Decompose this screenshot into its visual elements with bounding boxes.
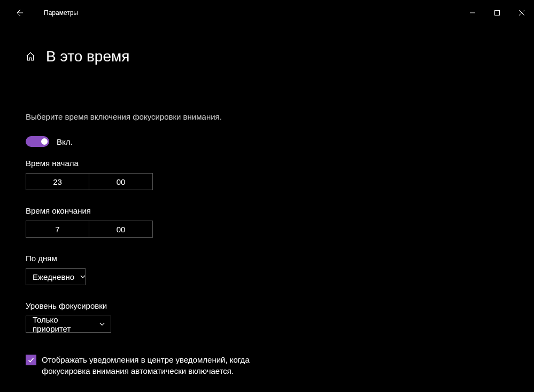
end-hour-input[interactable]: 7 bbox=[26, 221, 89, 238]
app-title: Параметры bbox=[44, 9, 78, 17]
toggle-state-label: Вкл. bbox=[57, 137, 73, 146]
days-label: По дням bbox=[26, 254, 508, 263]
check-icon bbox=[27, 356, 35, 364]
start-time-label: Время начала bbox=[26, 159, 508, 168]
start-hour-input[interactable]: 23 bbox=[26, 173, 89, 190]
focus-level-label: Уровень фокусировки bbox=[26, 301, 508, 310]
description-text: Выберите время включения фокусировки вни… bbox=[26, 112, 508, 121]
enable-toggle[interactable] bbox=[26, 136, 49, 147]
svg-rect-0 bbox=[495, 11, 500, 15]
enable-toggle-row: Вкл. bbox=[26, 136, 508, 147]
start-minute-input[interactable]: 00 bbox=[89, 173, 153, 190]
notification-checkbox-row: Отображать уведомления в центре уведомле… bbox=[26, 354, 261, 377]
notification-checkbox[interactable] bbox=[26, 355, 36, 365]
close-button[interactable] bbox=[509, 2, 534, 23]
page-title: В это время bbox=[46, 48, 129, 65]
chevron-down-icon bbox=[80, 273, 86, 280]
notification-checkbox-label: Отображать уведомления в центре уведомле… bbox=[42, 354, 261, 377]
start-time-row: 23 00 bbox=[26, 173, 508, 190]
titlebar: Параметры bbox=[0, 0, 534, 26]
minimize-button[interactable] bbox=[460, 2, 485, 23]
chevron-down-icon bbox=[99, 321, 105, 327]
back-button[interactable] bbox=[9, 0, 30, 26]
home-icon[interactable] bbox=[26, 52, 35, 61]
maximize-icon bbox=[494, 10, 500, 15]
page-header: В это время bbox=[26, 48, 508, 65]
days-dropdown[interactable]: Ежедневно bbox=[26, 268, 86, 285]
content-area: В это время Выберите время включения фок… bbox=[0, 26, 534, 377]
focus-level-dropdown[interactable]: Только приоритет bbox=[26, 316, 111, 333]
end-minute-input[interactable]: 00 bbox=[89, 221, 153, 238]
close-icon bbox=[519, 10, 524, 15]
days-value: Ежедневно bbox=[33, 272, 74, 281]
window-controls bbox=[460, 2, 534, 23]
toggle-knob bbox=[41, 138, 48, 145]
focus-level-value: Только приоритет bbox=[33, 315, 94, 333]
end-time-label: Время окончания bbox=[26, 206, 508, 215]
minimize-icon bbox=[470, 10, 475, 15]
end-time-row: 7 00 bbox=[26, 221, 508, 238]
maximize-button[interactable] bbox=[485, 2, 509, 23]
arrow-left-icon bbox=[15, 9, 24, 17]
